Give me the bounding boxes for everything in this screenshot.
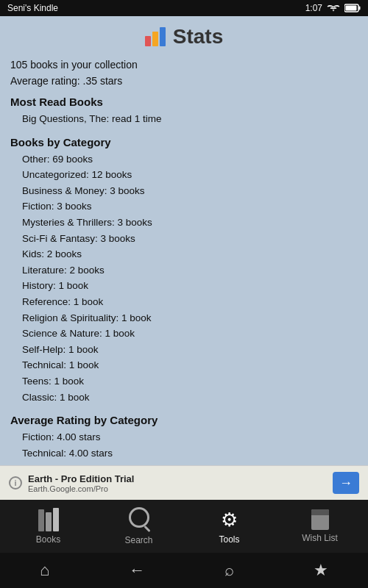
battery-icon (344, 4, 361, 12)
wishlist-icon (311, 509, 329, 530)
by-category-section-title: Books by Category (10, 136, 358, 148)
bottom-bar: ⌂ ← ⌕ ★ (0, 553, 368, 588)
nav-wishlist[interactable]: Wish List (291, 509, 350, 543)
category-item: Science & Nature: 1 book (22, 326, 358, 342)
nav-tools-label: Tools (219, 534, 239, 545)
avg-rating-section-title: Average Rating by Category (10, 414, 358, 426)
bottom-nav: Books Search ⚙ Tools Wish List (0, 500, 368, 553)
nav-search-label: Search (124, 535, 152, 545)
ad-title: Earth - Pro Edition Trial (28, 473, 134, 484)
average-rating: Average rating: .35 stars (10, 75, 358, 87)
most-read-book: Big Questions, The: read 1 time (22, 111, 358, 127)
stats-icon (145, 27, 166, 46)
category-item: Sci-Fi & Fantasy: 3 books (22, 231, 358, 247)
ad-url: Earth.Google.com/Pro (28, 484, 134, 493)
category-item: Business & Money: 3 books (22, 183, 358, 199)
category-item: Uncategorized: 12 books (22, 167, 358, 183)
category-item: Reference: 1 book (22, 294, 358, 310)
search-button[interactable]: ⌕ (214, 556, 244, 584)
page-header: Stats (10, 25, 358, 49)
category-item: Technical: 1 book (22, 357, 358, 373)
category-item: Teens: 1 book (22, 373, 358, 390)
svg-rect-1 (359, 7, 361, 10)
tools-icon: ⚙ (221, 509, 238, 531)
category-item: Religion & Spirituality: 1 book (22, 310, 358, 326)
page-title: Stats (173, 25, 223, 49)
collection-count: 105 books in your collection (10, 59, 358, 71)
ad-arrow-button[interactable]: → (333, 472, 359, 494)
rating-categories-list: Fiction: 4.00 starsTechnical: 4.00 stars… (10, 429, 358, 465)
rating-category-item: Technical: 4.00 stars (22, 445, 358, 462)
rating-category-item: Fiction: 4.00 stars (22, 429, 358, 445)
main-content: Stats 105 books in your collection Avera… (0, 16, 368, 465)
nav-wishlist-label: Wish List (302, 533, 338, 543)
category-item: Kids: 2 books (22, 246, 358, 262)
status-bar: Seni's Kindle 1:07 (0, 0, 368, 16)
nav-tools[interactable]: ⚙ Tools (200, 509, 259, 545)
category-item: History: 1 book (22, 278, 358, 294)
home-button[interactable]: ⌂ (29, 556, 60, 584)
category-item: Fiction: 3 books (22, 198, 358, 215)
device-name: Seni's Kindle (7, 3, 58, 13)
nav-books[interactable]: Books (19, 508, 78, 545)
books-icon (38, 508, 59, 531)
category-item: Mysteries & Thrillers: 3 books (22, 215, 358, 231)
category-item: Classic: 1 book (22, 390, 358, 406)
svg-rect-2 (346, 6, 357, 11)
time: 1:07 (305, 3, 322, 13)
ad-banner[interactable]: i Earth - Pro Edition Trial Earth.Google… (0, 465, 368, 500)
wifi-icon (327, 4, 340, 12)
category-item: Literature: 2 books (22, 262, 358, 279)
nav-books-label: Books (36, 534, 60, 545)
categories-list: Other: 69 booksUncategorized: 12 booksBu… (10, 151, 358, 406)
favorites-button[interactable]: ★ (303, 556, 339, 584)
nav-search[interactable]: Search (110, 507, 169, 545)
category-item: Other: 69 books (22, 151, 358, 168)
back-button[interactable]: ← (118, 556, 155, 584)
most-read-section-title: Most Read Books (10, 96, 358, 108)
search-icon (129, 507, 149, 528)
ad-info-icon: i (9, 476, 22, 490)
category-item: Self-Help: 1 book (22, 342, 358, 358)
